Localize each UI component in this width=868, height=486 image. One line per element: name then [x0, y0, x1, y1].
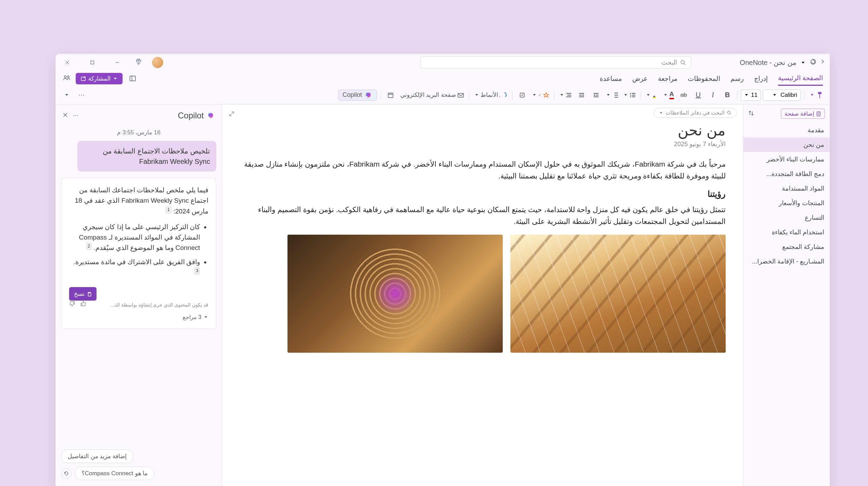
diamond-icon[interactable]	[135, 58, 142, 67]
meeting-details-button[interactable]	[384, 89, 397, 101]
nav-back-forward	[810, 58, 826, 67]
sort-icon[interactable]	[748, 110, 754, 118]
document-image[interactable]	[287, 235, 503, 353]
svg-rect-31	[458, 93, 464, 97]
heading[interactable]: رؤيتنا	[240, 189, 726, 199]
add-page-button[interactable]: إضافة صفحة	[781, 109, 825, 119]
response-bullet: كان التركيز الرئيسي على ما إذا كان سيجري…	[69, 222, 200, 254]
page-item[interactable]: مقدمة	[743, 123, 830, 137]
svg-text:1: 1	[612, 92, 612, 94]
page-item[interactable]: من نحن	[743, 137, 830, 152]
search-icon	[680, 59, 686, 66]
document-image[interactable]	[510, 235, 726, 353]
tab-insert[interactable]: إدراج	[754, 72, 768, 85]
svg-rect-13	[632, 97, 635, 97]
format-painter-button[interactable]	[808, 89, 825, 101]
svg-point-6	[68, 76, 69, 78]
svg-rect-24	[579, 95, 582, 95]
more-button[interactable]: ⋯	[75, 89, 87, 101]
reference-badge[interactable]: 3	[194, 267, 200, 275]
page-item[interactable]: التسارع	[743, 210, 830, 225]
panel-toggle-icon[interactable]	[127, 73, 138, 84]
paragraph[interactable]: مرحباً بك في شركة Fabrikam، شريكك الموثو…	[240, 158, 726, 182]
user-avatar[interactable]	[152, 57, 163, 68]
font-size-select[interactable]: 11	[741, 90, 761, 101]
thumbs-down-icon[interactable]	[69, 301, 75, 309]
svg-point-34	[727, 111, 730, 114]
bold-button[interactable]: B	[721, 89, 734, 101]
minimize-button[interactable]	[110, 57, 125, 68]
page-item[interactable]: مشاركة المجتمع	[743, 240, 830, 254]
ai-disclaimer: قد يكون المحتوى الذي جرى إنشاؤه بواسطة ا…	[110, 301, 208, 309]
svg-point-12	[630, 96, 631, 97]
svg-rect-22	[594, 97, 599, 97]
highlight-button[interactable]	[644, 89, 660, 101]
tab-draw[interactable]: رسم	[731, 72, 744, 85]
tab-help[interactable]: مساعدة	[600, 72, 622, 85]
suggestion-chip[interactable]: إضافة مزيد من التفاصيل	[61, 450, 133, 463]
page-item[interactable]: استخدام الماء بكفاءة	[743, 225, 830, 240]
tab-view[interactable]: عرض	[632, 72, 648, 85]
email-page-button[interactable]: صفحة البريد الإلكتروني	[399, 89, 466, 101]
collapse-ribbon-button[interactable]	[60, 89, 73, 101]
presence-icon[interactable]	[62, 74, 71, 83]
svg-rect-2	[91, 61, 94, 64]
font-color-button[interactable]: A	[662, 89, 675, 101]
share-button[interactable]: المشاركة	[76, 73, 123, 84]
copy-button[interactable]: نسخ	[69, 287, 97, 301]
toolbar: Calibri 11 B I U ab A 123 ✓ A الأنماط صف…	[56, 86, 830, 104]
document-content[interactable]: البحث في دفاتر الملاحظات من نحن الأربعاء…	[222, 104, 743, 486]
page-title[interactable]: من نحن	[240, 122, 726, 139]
svg-rect-17	[615, 95, 618, 95]
align-button[interactable]	[558, 89, 573, 101]
page-item[interactable]: دمج الطاقة المتجددة...	[743, 167, 830, 181]
refresh-suggestions-icon[interactable]	[61, 468, 72, 479]
numbering-button[interactable]: 123	[604, 89, 620, 101]
references-link[interactable]: 3 مراجع	[69, 313, 208, 322]
page-item[interactable]: المنتجات والأسعار	[743, 196, 830, 210]
maximize-button[interactable]	[85, 57, 100, 68]
svg-rect-32	[388, 93, 393, 98]
svg-point-1	[681, 60, 684, 64]
tab-review[interactable]: مراجعة	[658, 72, 677, 85]
main-area: إضافة صفحة مقدمة من نحن ممارسات البناء ا…	[56, 104, 830, 486]
close-icon[interactable]	[62, 112, 68, 119]
global-search[interactable]: البحث	[420, 56, 691, 69]
resize-handle-icon[interactable]	[228, 111, 235, 118]
italic-button[interactable]: I	[707, 89, 719, 101]
todo-button[interactable]	[516, 89, 528, 101]
close-button[interactable]	[60, 57, 75, 68]
reference-badge[interactable]: 1	[166, 206, 172, 213]
reference-badge[interactable]: 2	[86, 243, 92, 250]
tab-history[interactable]: المحفوظات	[688, 72, 720, 85]
svg-rect-7	[653, 97, 656, 98]
nav-back-icon[interactable]	[810, 58, 817, 67]
underline-button[interactable]: U	[692, 89, 704, 101]
more-icon[interactable]: ⋯	[73, 112, 78, 119]
bullets-button[interactable]	[622, 89, 637, 101]
indent-decrease-button[interactable]	[590, 89, 602, 101]
paragraph[interactable]: تتمثل رؤيتنا في خلق عالم يكون فيه كل منز…	[240, 204, 726, 227]
thumbs-up-icon[interactable]	[80, 301, 86, 309]
chevron-down-icon[interactable]	[802, 62, 804, 64]
strikethrough-button[interactable]: ab	[677, 89, 690, 101]
page-item[interactable]: المشـاريع - الإقامة الخضرا...	[743, 254, 830, 269]
search-placeholder: البحث	[661, 59, 677, 66]
copilot-icon	[207, 112, 215, 119]
nav-forward-icon[interactable]	[819, 58, 826, 67]
svg-text:3: 3	[612, 97, 612, 98]
styles-button[interactable]: A الأنماط	[473, 89, 509, 101]
search-notebooks[interactable]: البحث في دفاتر الملاحظات	[653, 108, 737, 118]
page-item[interactable]: المواد المستدامة	[743, 181, 830, 196]
tags-button[interactable]: ✓	[531, 89, 551, 101]
font-family-select[interactable]: Calibri	[763, 90, 801, 101]
indent-increase-button[interactable]	[575, 89, 588, 101]
svg-rect-19	[615, 97, 618, 98]
svg-rect-21	[596, 95, 599, 95]
copilot-button[interactable]: Copilot	[338, 90, 377, 101]
response-bullet: وافق الفريق على الاشتراك في مائدة مستدير…	[69, 257, 200, 278]
page-item[interactable]: ممارسات البناء الأخضر	[743, 152, 830, 167]
copilot-response: فيما يلي ملخص لملاحظات اجتماعك السابقة م…	[61, 178, 216, 329]
suggestion-chip[interactable]: ما هو Compass Connect؟	[75, 467, 154, 480]
tab-home[interactable]: الصفحة الرئيسية	[778, 71, 823, 86]
